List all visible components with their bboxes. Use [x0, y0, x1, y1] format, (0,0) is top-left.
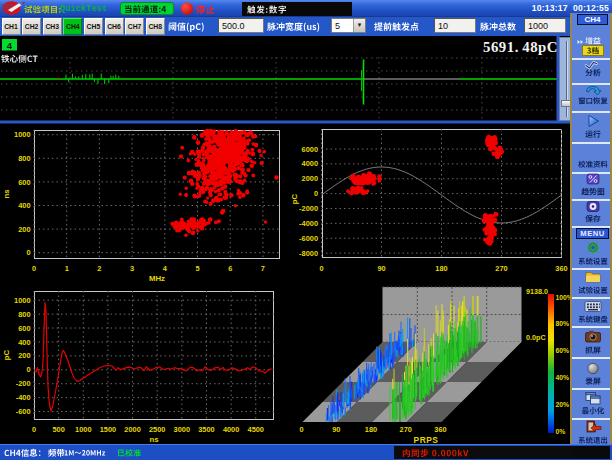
svg-text:1000: 1000 — [14, 296, 30, 305]
svg-text:4000: 4000 — [302, 159, 318, 168]
svg-text:3: 3 — [130, 264, 134, 273]
svg-text:600: 600 — [18, 324, 30, 333]
svg-text:4500: 4500 — [248, 425, 264, 434]
svg-text:400: 400 — [18, 201, 30, 210]
svg-text:1500: 1500 — [100, 425, 116, 434]
svg-text:90: 90 — [332, 425, 340, 434]
svg-text:-400: -400 — [16, 393, 31, 402]
svg-text:-2000: -2000 — [299, 204, 318, 213]
svg-text:1000: 1000 — [14, 130, 30, 139]
svg-text:4000: 4000 — [223, 425, 239, 434]
svg-text:90: 90 — [377, 264, 385, 273]
svg-text:pC: pC — [290, 193, 299, 204]
svg-text:200: 200 — [18, 351, 30, 360]
svg-text:2500: 2500 — [149, 425, 165, 434]
svg-text:-6000: -6000 — [299, 234, 318, 243]
svg-text:270: 270 — [400, 425, 412, 434]
svg-text:360: 360 — [555, 264, 567, 273]
svg-text:2: 2 — [97, 264, 101, 273]
svg-text:600: 600 — [18, 178, 30, 187]
svg-text:5691. 48pC: 5691. 48pC — [483, 39, 558, 55]
svg-text:pC: pC — [2, 349, 11, 360]
svg-text:-600: -600 — [16, 407, 31, 416]
svg-text:0: 0 — [32, 425, 36, 434]
svg-text:800: 800 — [18, 154, 30, 163]
svg-text:0.0pC: 0.0pC — [526, 333, 546, 342]
svg-text:180: 180 — [365, 425, 377, 434]
svg-text:270: 270 — [495, 264, 507, 273]
svg-text:0: 0 — [299, 425, 303, 434]
svg-text:20%: 20% — [556, 401, 570, 408]
svg-text:ns: ns — [149, 435, 159, 444]
svg-text:-200: -200 — [16, 379, 31, 388]
svg-text:1: 1 — [65, 264, 69, 273]
svg-text:1000: 1000 — [75, 425, 91, 434]
svg-text:-8000: -8000 — [299, 249, 318, 258]
svg-text:2000: 2000 — [124, 425, 140, 434]
svg-text:3000: 3000 — [174, 425, 190, 434]
svg-text:9138.0: 9138.0 — [526, 287, 548, 296]
svg-text:60%: 60% — [556, 347, 570, 354]
svg-text:500: 500 — [52, 425, 64, 434]
svg-text:0: 0 — [26, 365, 30, 374]
svg-text:800: 800 — [18, 310, 30, 319]
svg-text:MHz: MHz — [149, 274, 165, 283]
svg-text:4: 4 — [163, 264, 168, 273]
svg-text:5: 5 — [195, 264, 199, 273]
svg-text:400: 400 — [18, 338, 30, 347]
svg-text:4: 4 — [7, 40, 13, 51]
svg-text:7: 7 — [261, 264, 265, 273]
svg-text:0%: 0% — [556, 428, 566, 435]
svg-text:40%: 40% — [556, 374, 570, 381]
svg-text:80%: 80% — [556, 320, 570, 327]
svg-text:6000: 6000 — [302, 145, 318, 154]
svg-text:180: 180 — [435, 264, 447, 273]
svg-text:360: 360 — [434, 425, 446, 434]
svg-text:0: 0 — [314, 189, 318, 198]
svg-text:ns: ns — [2, 189, 11, 199]
svg-text:0: 0 — [26, 248, 30, 257]
svg-text:6: 6 — [228, 264, 232, 273]
svg-text:200: 200 — [18, 225, 30, 234]
svg-text:0: 0 — [319, 264, 323, 273]
svg-text:3500: 3500 — [198, 425, 214, 434]
svg-text:0: 0 — [32, 264, 36, 273]
svg-text:2000: 2000 — [302, 174, 318, 183]
svg-text:-4000: -4000 — [299, 219, 318, 228]
